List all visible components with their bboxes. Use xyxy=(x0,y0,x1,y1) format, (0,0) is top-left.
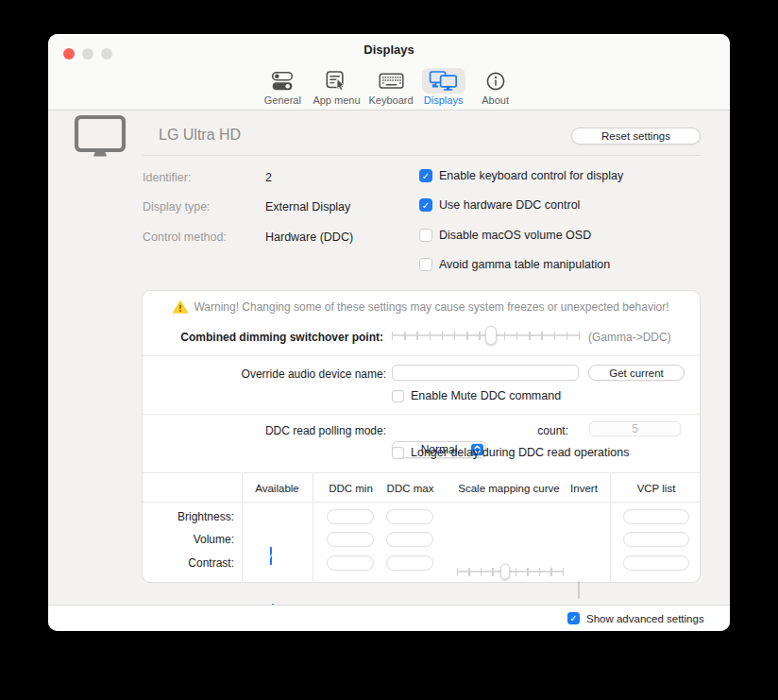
tab-about[interactable]: About xyxy=(474,68,517,106)
brightness-curve-slider[interactable] xyxy=(457,563,564,580)
use-hardware-ddc-checkbox[interactable] xyxy=(419,198,432,212)
enable-mute-checkbox[interactable] xyxy=(392,390,404,402)
count-input xyxy=(589,421,681,436)
contrast-ddc-min-input[interactable] xyxy=(327,555,374,571)
delay-row: Longer delay during DDC read operations xyxy=(392,446,629,459)
titlebar: Displays General xyxy=(48,34,730,111)
row-label: Contrast: xyxy=(143,556,234,570)
warning-text: Warning! Changing some of these settings… xyxy=(194,300,668,314)
brightness-vcp-input[interactable] xyxy=(623,509,689,524)
volume-ddc-max-input[interactable] xyxy=(386,532,433,547)
warning-icon xyxy=(173,300,188,314)
column-header: DDC max xyxy=(375,483,446,494)
mute-label: Enable Mute DDC command xyxy=(411,389,561,402)
brightness-invert-checkbox[interactable] xyxy=(578,581,580,599)
show-advanced-settings-label: Show advanced settings xyxy=(586,613,704,624)
option-row: Avoid gamma table manipulation xyxy=(419,258,610,271)
row-label: Brightness: xyxy=(143,510,234,523)
tab-general-label: General xyxy=(264,94,301,106)
advanced-settings-panel: Warning! Changing some of these settings… xyxy=(142,290,701,583)
dimming-label: Combined dimming switchover point: xyxy=(143,331,383,344)
menu-document-icon xyxy=(314,68,358,94)
option-row: Disable macOS volume OSD xyxy=(419,229,591,242)
keyboard-icon xyxy=(369,68,413,94)
column-divider xyxy=(242,472,243,583)
brightness-ddc-min-input[interactable] xyxy=(327,509,374,524)
header-divider xyxy=(143,155,701,156)
slider-ticks xyxy=(457,568,564,576)
polling-mode-label: DDC read polling mode: xyxy=(143,424,386,437)
volume-ddc-min-input[interactable] xyxy=(327,532,374,547)
option-label: Use hardware DDC control xyxy=(439,198,580,212)
info-value: Hardware (DDC) xyxy=(265,230,353,244)
displays-icon xyxy=(422,68,465,94)
reset-settings-button[interactable]: Reset settings xyxy=(571,128,701,145)
window-title: Displays xyxy=(48,43,730,57)
enable-keyboard-control-checkbox[interactable] xyxy=(419,169,432,182)
slider-thumb[interactable] xyxy=(500,564,510,580)
volume-vcp-input[interactable] xyxy=(623,532,689,547)
tab-displays-label: Displays xyxy=(424,94,464,106)
option-label: Enable keyboard control for display xyxy=(439,169,623,182)
column-header: Invert xyxy=(553,483,615,494)
get-current-button[interactable]: Get current xyxy=(588,365,685,381)
divider xyxy=(143,472,700,473)
footer-bar: Show advanced settings xyxy=(48,605,730,631)
monitor-icon xyxy=(74,114,127,162)
column-divider xyxy=(610,472,611,583)
delay-label: Longer delay during DDC read operations xyxy=(411,446,629,459)
info-value: External Display xyxy=(265,200,350,213)
option-row: Use hardware DDC control xyxy=(419,198,580,212)
divider xyxy=(143,355,700,356)
column-divider xyxy=(313,472,313,583)
divider xyxy=(143,414,700,415)
column-header: Available xyxy=(242,483,313,494)
screen: Displays General xyxy=(0,0,778,700)
info-icon xyxy=(474,68,517,94)
tab-app-menu-label: App menu xyxy=(313,94,360,106)
option-label: Avoid gamma table manipulation xyxy=(439,258,610,271)
info-label: Control method: xyxy=(143,230,227,244)
audio-name-label: Override audio device name: xyxy=(143,367,386,381)
brightness-available-checkbox[interactable] xyxy=(270,547,272,565)
tab-general[interactable]: General xyxy=(261,68,304,106)
option-label: Disable macOS volume OSD xyxy=(439,229,591,242)
avoid-gamma-checkbox[interactable] xyxy=(419,258,432,271)
longer-delay-checkbox[interactable] xyxy=(392,447,404,459)
dimming-suffix: (Gamma->DDC) xyxy=(588,331,671,344)
app-window: Displays General xyxy=(48,34,730,631)
option-row: Enable keyboard control for display xyxy=(419,169,623,182)
dimming-slider[interactable] xyxy=(392,325,580,346)
contrast-ddc-max-input[interactable] xyxy=(386,555,433,571)
tab-keyboard[interactable]: Keyboard xyxy=(369,68,414,106)
warning-row: Warning! Changing some of these settings… xyxy=(143,300,700,314)
slider-thumb[interactable] xyxy=(485,326,497,345)
divider xyxy=(143,502,700,503)
footer-row: Show advanced settings xyxy=(567,612,704,624)
tab-about-label: About xyxy=(482,94,509,106)
disable-volume-osd-checkbox[interactable] xyxy=(419,229,432,242)
toggles-icon xyxy=(261,68,304,94)
info-value: 2 xyxy=(265,171,272,184)
tab-app-menu[interactable]: App menu xyxy=(313,68,360,106)
info-label: Identifier: xyxy=(143,171,191,184)
tab-keyboard-label: Keyboard xyxy=(369,94,414,106)
info-label: Display type: xyxy=(143,200,211,213)
brightness-ddc-max-input[interactable] xyxy=(386,509,433,524)
column-header: VCP list xyxy=(615,483,698,494)
toolbar: General App menu xyxy=(48,68,730,106)
tab-displays[interactable]: Displays xyxy=(422,68,465,106)
audio-name-input[interactable] xyxy=(392,365,579,381)
contrast-vcp-input[interactable] xyxy=(623,555,689,571)
count-label: count: xyxy=(512,424,568,437)
display-name: LG Ultra HD xyxy=(159,127,241,144)
row-label: Volume: xyxy=(143,533,234,546)
show-advanced-settings-checkbox[interactable] xyxy=(567,612,580,624)
mute-row: Enable Mute DDC command xyxy=(392,389,561,402)
